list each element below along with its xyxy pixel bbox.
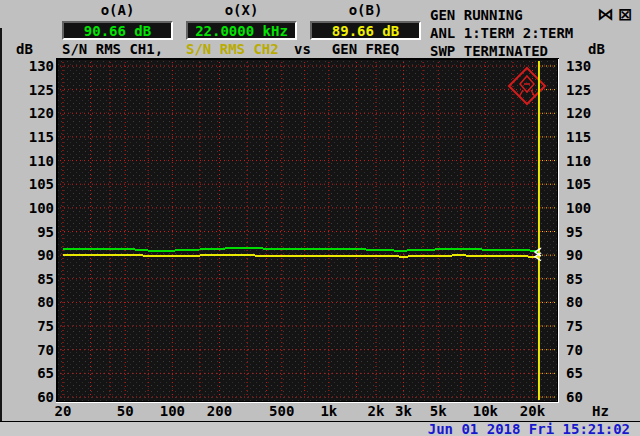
y-tick-right: 80 xyxy=(566,295,606,309)
readout-a-value-box[interactable]: 90.66 dB xyxy=(62,21,173,40)
anl-status: ANL 1:TERM 2:TERM xyxy=(430,26,573,40)
x-axis-title: GEN FREQ xyxy=(310,42,421,56)
readout-b-value-box[interactable]: 89.66 dB xyxy=(310,21,421,40)
vs-label: vs xyxy=(294,42,311,56)
y-tick-left: 110 xyxy=(16,154,54,168)
y-tick-left: 70 xyxy=(16,343,54,357)
crossed-flags-icon[interactable]: ⋈ xyxy=(597,4,614,24)
x-tick: 5k xyxy=(418,404,458,418)
trace2-title: S/N RMS CH2 xyxy=(186,42,279,56)
y-tick-right: 130 xyxy=(566,59,606,73)
readout-x-value-box[interactable]: 22.0000 kHz xyxy=(186,21,297,40)
y-tick-right: 125 xyxy=(566,83,606,97)
x-unit-label: Hz xyxy=(592,404,609,418)
gen-status: GEN RUNNING xyxy=(430,8,523,22)
y-tick-left: 60 xyxy=(16,390,54,404)
y-tick-right: 120 xyxy=(566,106,606,120)
y-tick-left: 115 xyxy=(16,130,54,144)
y-tick-right: 70 xyxy=(566,343,606,357)
readout-b-label: o(B) xyxy=(310,3,421,17)
trace1-title: S/N RMS CH1, xyxy=(62,42,163,56)
x-tick: 50 xyxy=(105,404,145,418)
x-tick: 500 xyxy=(262,404,302,418)
readout-x-value: 22.0000 kHz xyxy=(195,23,288,39)
readout-a-value: 90.66 dB xyxy=(84,23,151,39)
muted-speaker-icon[interactable]: ⊠ xyxy=(618,4,632,24)
x-tick: 20k xyxy=(513,404,553,418)
readout-a-label: o(A) xyxy=(62,3,173,17)
y-tick-left: 125 xyxy=(16,83,54,97)
y-tick-left: 130 xyxy=(16,59,54,73)
readout-x-label: o(X) xyxy=(186,3,297,17)
y-tick-left: 105 xyxy=(16,177,54,191)
x-tick: 100 xyxy=(152,404,192,418)
y-tick-left: 95 xyxy=(16,225,54,239)
status-icons: ⋈⊠ xyxy=(597,6,632,23)
datetime: Jun 01 2018 Fri 15:21:02 xyxy=(428,422,630,436)
y-tick-left: 85 xyxy=(16,272,54,286)
y-tick-right: 75 xyxy=(566,319,606,333)
readout-b-value: 89.66 dB xyxy=(332,23,399,39)
y-tick-right: 115 xyxy=(566,130,606,144)
y-tick-right: 105 xyxy=(566,177,606,191)
x-tick: 1k xyxy=(309,404,349,418)
swp-status: SWP TERMINATED xyxy=(430,44,548,58)
y-tick-right: 65 xyxy=(566,366,606,380)
sweep-plot xyxy=(0,0,640,436)
y-tick-right: 110 xyxy=(566,154,606,168)
y-tick-left: 90 xyxy=(16,248,54,262)
y-tick-left: 65 xyxy=(16,366,54,380)
y-tick-left: 75 xyxy=(16,319,54,333)
y-tick-left: 100 xyxy=(16,201,54,215)
screen-left-edge xyxy=(0,28,2,421)
y-unit-left: dB xyxy=(16,42,33,56)
x-tick: 200 xyxy=(200,404,240,418)
y-tick-right: 95 xyxy=(566,225,606,239)
x-tick: 10k xyxy=(465,404,505,418)
x-tick: 20 xyxy=(43,404,83,418)
y-tick-left: 80 xyxy=(16,295,54,309)
y-unit-right: dB xyxy=(588,42,605,56)
y-tick-right: 90 xyxy=(566,248,606,262)
y-tick-right: 100 xyxy=(566,201,606,215)
y-tick-right: 60 xyxy=(566,390,606,404)
audio-analyzer-screen: o(A) o(X) o(B) 90.66 dB 22.0000 kHz 89.6… xyxy=(0,0,640,436)
y-tick-right: 85 xyxy=(566,272,606,286)
y-tick-left: 120 xyxy=(16,106,54,120)
